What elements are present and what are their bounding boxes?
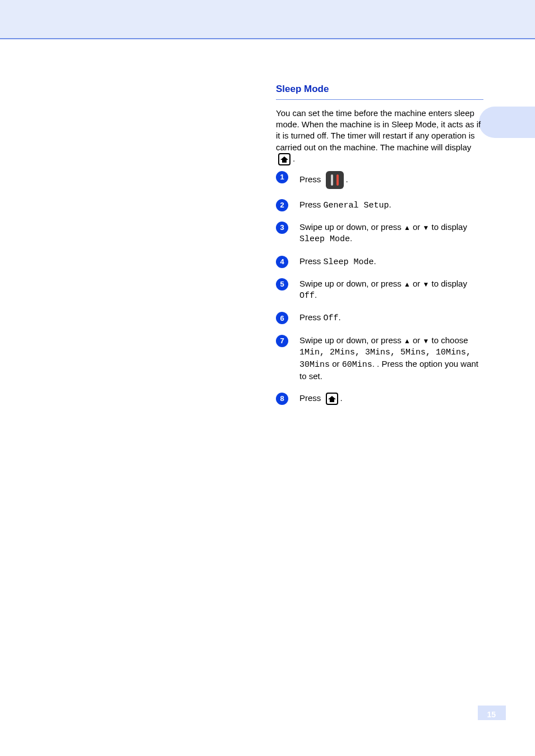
- step-7: 7 Swipe up or down, or press ▲ or ▼ to c…: [276, 335, 483, 382]
- step-number: 6: [276, 312, 288, 324]
- intro-text-before: You can set the time before the machine …: [276, 108, 481, 152]
- step-number: 7: [276, 335, 288, 347]
- step-number: 8: [276, 393, 288, 405]
- section-header: Sleep Mode: [276, 83, 483, 100]
- step-number: 5: [276, 278, 288, 291]
- step-2: 2 Press General Setup.: [276, 199, 483, 211]
- intro-text-after: .: [293, 154, 295, 163]
- step-text-after: .: [315, 290, 317, 299]
- step-text-after: .: [339, 312, 341, 322]
- side-thumb-tab: [479, 107, 535, 138]
- step-number: 1: [276, 171, 288, 183]
- code-end: 60Mins: [342, 360, 372, 370]
- home-icon: [326, 393, 338, 405]
- step-text-mid: to choose: [429, 335, 468, 345]
- step-text-after: .: [350, 233, 352, 243]
- steps-list: 1 Press . 2 Press General Setup. 3 Swipe…: [276, 171, 483, 405]
- step-text-mid: to display: [429, 279, 467, 288]
- step-text: Press: [299, 174, 324, 184]
- step-text: Press: [299, 393, 324, 403]
- step-text: Swipe up or down, or press: [299, 279, 404, 288]
- step-text: Press: [299, 312, 324, 322]
- step-text: Press: [299, 200, 324, 209]
- arrow-down-icon: ▼: [423, 224, 430, 232]
- section-title: Sleep Mode: [276, 84, 329, 94]
- arrow-down-icon: ▼: [423, 280, 430, 288]
- code-text: Off: [324, 314, 339, 323]
- step-number: 2: [276, 199, 288, 211]
- arrow-down-icon: ▼: [423, 337, 430, 345]
- step-text-or: or: [330, 359, 342, 368]
- step-text-after: .: [374, 256, 376, 266]
- home-icon: [278, 153, 290, 165]
- step-text: Press: [299, 256, 324, 266]
- step-text-after: .: [346, 174, 348, 184]
- code-text: Off: [299, 291, 315, 301]
- code-text: Sleep Mode: [324, 257, 374, 267]
- arrow-up-icon: ▲: [404, 337, 411, 345]
- step-4: 4 Press Sleep Mode.: [276, 256, 483, 268]
- step-text-after: .: [340, 393, 343, 403]
- header-band: [0, 0, 535, 39]
- page-number: 15: [487, 710, 496, 719]
- code-text: Sleep Mode: [299, 234, 350, 244]
- step-8: 8 Press .: [276, 393, 483, 405]
- settings-icon: [326, 171, 344, 189]
- step-text-after: .: [389, 200, 391, 209]
- arrow-up-icon: ▲: [404, 224, 411, 232]
- arrow-up-icon: ▲: [404, 280, 411, 288]
- step-number: 3: [276, 222, 288, 234]
- step-6: 6 Press Off.: [276, 312, 483, 324]
- step-text-mid: to display: [429, 222, 467, 232]
- intro-paragraph: You can set the time before the machine …: [276, 108, 483, 165]
- content-column: Sleep Mode You can set the time before t…: [276, 83, 483, 415]
- step-text: Swipe up or down, or press: [299, 222, 404, 232]
- step-5: 5 Swipe up or down, or press ▲ or ▼ to d…: [276, 278, 483, 302]
- step-1: 1 Press .: [276, 171, 483, 189]
- step-number: 4: [276, 256, 288, 268]
- step-text: Swipe up or down, or press: [299, 335, 404, 345]
- step-3: 3 Swipe up or down, or press ▲ or ▼ to d…: [276, 222, 483, 246]
- code-text: General Setup: [324, 201, 389, 210]
